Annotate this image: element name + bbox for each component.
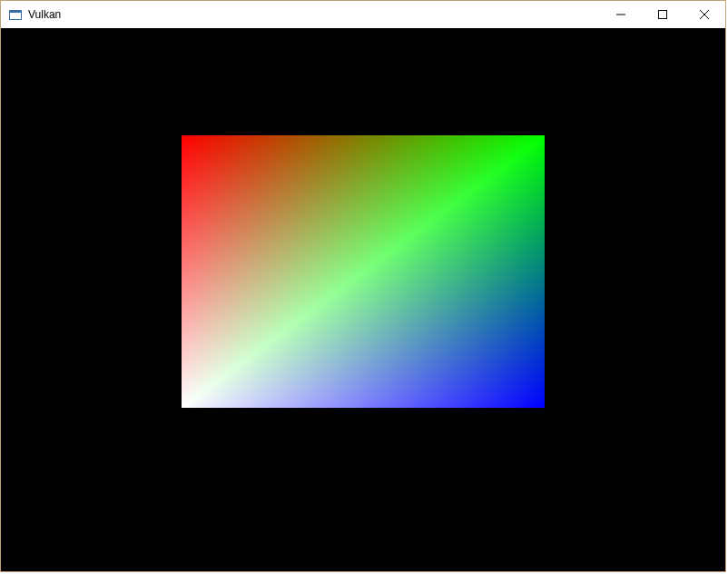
svg-rect-3 bbox=[659, 11, 667, 19]
gradient-canvas bbox=[182, 135, 545, 408]
maximize-button[interactable] bbox=[642, 1, 684, 28]
application-window: Vulkan bbox=[0, 0, 726, 572]
app-icon bbox=[8, 7, 23, 22]
window-title: Vulkan bbox=[28, 1, 61, 28]
svg-rect-1 bbox=[10, 11, 22, 14]
titlebar[interactable]: Vulkan bbox=[1, 1, 725, 28]
render-surface bbox=[1, 28, 725, 571]
minimize-button[interactable] bbox=[600, 1, 642, 28]
gradient-quad bbox=[182, 135, 545, 408]
window-controls bbox=[600, 1, 725, 28]
close-button[interactable] bbox=[684, 1, 725, 28]
